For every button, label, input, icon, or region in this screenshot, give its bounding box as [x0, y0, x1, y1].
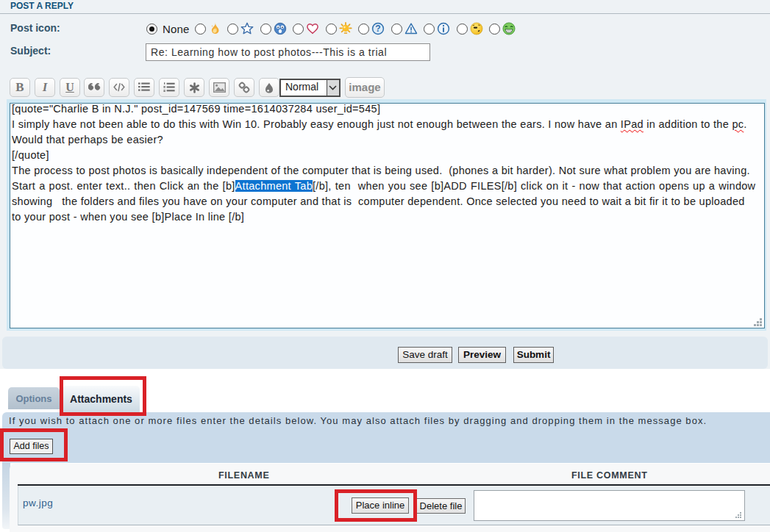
svg-text:?: ?: [375, 24, 380, 34]
